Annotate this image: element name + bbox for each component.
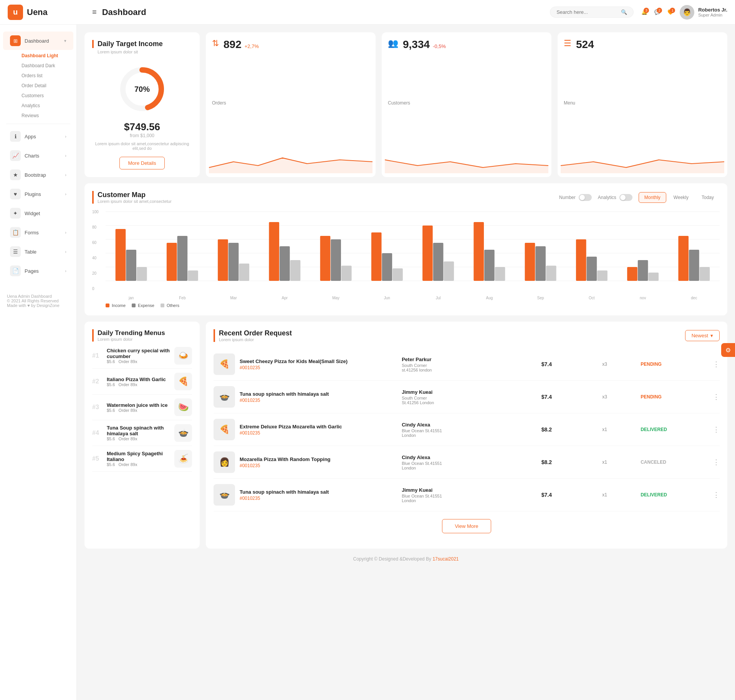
sidebar-item-order-detail[interactable]: Order Detail — [22, 81, 76, 91]
order-qty: x1 — [602, 427, 636, 432]
order-customer: Cindy Alexa Blue Ocean St.41551London — [402, 455, 537, 470]
order-info: Tuna soup spinach with himalaya salt #00… — [240, 489, 397, 501]
sidebar-item-plugins[interactable]: ♥ Plugins › — [3, 185, 73, 203]
order-customer: Jimmy Kueai Blue Ocean St.41551London — [402, 487, 537, 503]
order-menu-button[interactable]: ⋮ — [713, 458, 720, 466]
menu-mini-chart — [558, 154, 727, 177]
donut-percent: 70% — [134, 85, 150, 94]
toggle-inner2 — [620, 195, 626, 200]
hamburger-icon[interactable]: ≡ — [92, 8, 97, 17]
sidebar-item-apps[interactable]: ℹ Apps › — [3, 127, 73, 146]
user-name: Robertos Jr. — [698, 7, 727, 13]
order-customer: Cindy Alexa Blue Ocean St.41551London — [402, 422, 537, 438]
sidebar-apps-label: Apps — [25, 134, 61, 139]
tab-today[interactable]: Today — [696, 192, 720, 203]
trending-title: Daily Trending Menus — [98, 329, 192, 337]
order-status: PENDING — [641, 362, 708, 367]
recent-orders-sub: Lorem ipsum dolor — [219, 337, 292, 342]
daily-from: from $1,000 — [130, 133, 154, 138]
svg-rect-17 — [269, 222, 279, 281]
svg-rect-27 — [433, 243, 444, 281]
daily-amount: $749.56 — [124, 121, 160, 133]
svg-rect-40 — [648, 272, 659, 281]
toggle-inner — [579, 195, 585, 200]
sidebar-item-bootstrap[interactable]: ★ Bootstrap › — [3, 166, 73, 184]
svg-rect-8 — [116, 229, 126, 281]
order-menu-button[interactable]: ⋮ — [713, 425, 720, 434]
number-toggle[interactable] — [579, 194, 592, 201]
trending-img: 🍲 — [174, 424, 192, 442]
order-id: #0010235 — [240, 496, 397, 501]
sidebar-item-table[interactable]: ☰ Table › — [3, 242, 73, 261]
view-more-area: View More — [214, 511, 720, 541]
daily-target-title: Daily Target Income — [92, 40, 163, 48]
x-label-Feb: Feb — [157, 296, 208, 300]
order-customer: Peter Parkur South Cornerst.41256 london — [402, 357, 537, 372]
table-row: 🍕 Sweet Cheezy Pizza for Kids Meal(Small… — [214, 348, 720, 381]
svg-rect-25 — [392, 269, 403, 281]
bar-chart-container: 0 20 40 60 80 100 janFebMarAprMayJunJulA… — [92, 210, 720, 300]
notification-bell[interactable]: 🔔 3 — [641, 9, 647, 15]
order-menu-button[interactable]: ⋮ — [713, 491, 720, 499]
customer-name: Cindy Alexa — [402, 455, 537, 460]
analytics-toggle[interactable] — [619, 194, 632, 201]
footer-text: Copyright © Designed &Developed By — [353, 556, 432, 562]
order-qty: x1 — [602, 459, 636, 465]
newest-label: Newest — [692, 333, 708, 338]
trending-price-order: $5.6 Order 89x — [107, 408, 171, 413]
header-icons: 🔔 3 💬 2 🧡 1 — [641, 9, 674, 15]
sidebar-item-widget[interactable]: ✦ Widget — [3, 204, 73, 222]
svg-rect-38 — [627, 267, 637, 281]
sidebar-item-reviews[interactable]: Reviews — [22, 111, 76, 121]
footer-link[interactable]: 17sucai2021 — [432, 556, 459, 562]
chevron-right-icon3: › — [65, 173, 66, 177]
customer-map-sub: Lorem ipsum dolor sit amet,consectetur — [98, 199, 172, 204]
legend-expense-label: Expense — [138, 303, 154, 308]
more-details-button[interactable]: More Details — [119, 157, 165, 169]
tab-monthly[interactable]: Monthly — [639, 192, 666, 203]
main-footer: Copyright © Designed &Developed By 17suc… — [84, 549, 727, 569]
sidebar-item-charts[interactable]: 📈 Charts › — [3, 146, 73, 165]
customer-map-header: Customer Map Lorem ipsum dolor sit amet,… — [92, 191, 720, 204]
orders-stat-header: ⇅ 892 +2,7% — [206, 32, 376, 51]
sidebar-charts-label: Charts — [25, 153, 61, 159]
search-input[interactable] — [556, 9, 618, 15]
user-area[interactable]: 👨 Robertos Jr. Super Admin — [680, 5, 727, 20]
svg-rect-24 — [382, 253, 392, 281]
customer-address: Blue Ocean St.41551London — [402, 494, 537, 503]
sidebar-item-dashboard-dark[interactable]: Dashboard Dark — [22, 61, 76, 71]
sidebar-item-forms[interactable]: 📋 Forms › — [3, 223, 73, 242]
sidebar-item-dashboard-light[interactable]: Dashboard Light — [22, 51, 76, 61]
sidebar-footer: Uena Admin Dashboard © 2021 All Rights R… — [0, 288, 76, 314]
sidebar-item-customers[interactable]: Customers — [22, 91, 76, 101]
tab-weekly[interactable]: Weekly — [668, 192, 694, 203]
settings-button[interactable]: ⚙ — [721, 343, 735, 357]
view-more-button[interactable]: View More — [442, 519, 491, 533]
sidebar-item-pages[interactable]: 📄 Pages › — [3, 262, 73, 280]
orders-label: Orders — [206, 100, 376, 106]
trending-name: Medium Spicy Spagethi Italiano — [107, 451, 171, 462]
sidebar-item-orders-list[interactable]: Orders list — [22, 71, 76, 81]
order-price: $8.2 — [541, 426, 598, 433]
table-row: 👩 Mozarella Pizza With Random Topping #0… — [214, 446, 720, 479]
newest-button[interactable]: Newest ▾ — [685, 330, 720, 341]
order-id: #0010235 — [240, 430, 397, 436]
customer-map-title: Customer Map — [98, 191, 172, 199]
header: u Uena ≡ Dashboard 🔍 🔔 3 💬 2 🧡 1 👨 Rober… — [0, 0, 735, 25]
customer-name: Jimmy Kueai — [402, 389, 537, 395]
customer-address: Blue Ocean St.41551London — [402, 428, 537, 438]
customers-stat-card: 👥 9,334 -0,5% Customers — [382, 32, 551, 177]
sidebar-item-dashboard[interactable]: ⊞ Dashboard ▾ — [3, 32, 73, 50]
svg-rect-28 — [444, 262, 454, 281]
order-id: #0010235 — [240, 365, 397, 370]
likes-icon[interactable]: 🧡 1 — [667, 9, 674, 15]
menu-stat-header: ☰ 524 — [558, 32, 727, 51]
order-menu-button[interactable]: ⋮ — [713, 360, 720, 368]
search-icon[interactable]: 🔍 — [621, 9, 627, 15]
sidebar-item-analytics[interactable]: Analytics — [22, 101, 76, 111]
svg-rect-15 — [228, 243, 239, 281]
order-menu-button[interactable]: ⋮ — [713, 393, 720, 401]
messages-icon[interactable]: 💬 2 — [654, 9, 661, 15]
trending-rank: #1 — [92, 352, 103, 359]
trending-name: Chicken curry special with cucumber — [107, 348, 171, 359]
